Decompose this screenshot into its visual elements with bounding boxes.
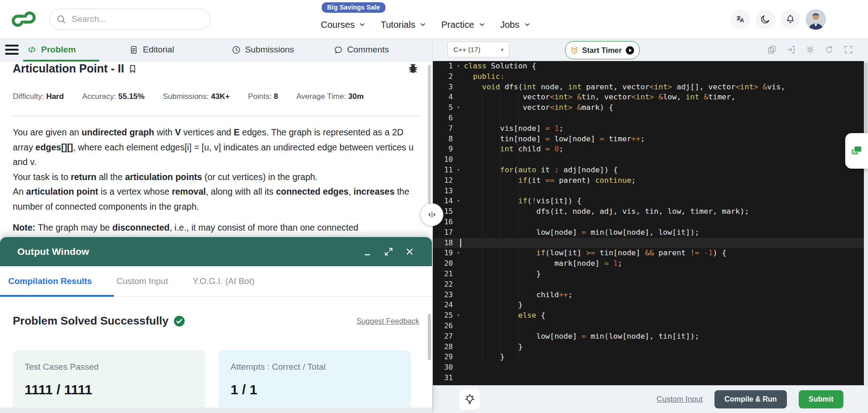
line-number: 26: [433, 321, 453, 331]
code-line[interactable]: 4 vector<int> &tin, vector<int> &low, in…: [433, 92, 868, 103]
notifications-bell-icon[interactable]: [781, 10, 800, 29]
code-line[interactable]: 10: [433, 155, 868, 165]
code-line[interactable]: 15 dfs(it, node, adj, vis, tin, low, tim…: [433, 206, 868, 217]
code-text: if(low[it] >= tin[node] && parent != -1)…: [464, 248, 726, 258]
nav-jobs[interactable]: Jobs: [500, 20, 531, 30]
tab-yogi-ai-bot[interactable]: Y.O.G.I. (AI Bot): [193, 276, 255, 286]
line-number: 11: [433, 165, 453, 176]
code-line[interactable]: 31: [433, 373, 868, 383]
code-line[interactable]: 9 int child = 0;: [433, 144, 868, 155]
code-line[interactable]: 22: [433, 279, 868, 290]
code-line[interactable]: 8 tin[node] = low[node] = timer++;: [433, 134, 868, 145]
editor-scrollbar-thumb[interactable]: [864, 62, 868, 138]
clock-icon: [231, 45, 241, 55]
editor-scrollbar[interactable]: [864, 61, 868, 385]
line-number: 7: [433, 124, 453, 134]
output-window-header[interactable]: Output Window: [0, 237, 432, 266]
code-line[interactable]: 16: [433, 217, 868, 227]
panel-resize-handle[interactable]: [421, 203, 443, 226]
output-scrollbar[interactable]: [428, 314, 431, 360]
code-line[interactable]: 2 public:: [433, 72, 868, 82]
fold-spacer: [453, 144, 464, 155]
fold-arrow-icon[interactable]: ▾: [453, 103, 464, 113]
import-code-icon[interactable]: [786, 45, 796, 55]
code-line[interactable]: 24 }: [433, 300, 868, 310]
tab-custom-input[interactable]: Custom Input: [117, 276, 168, 286]
user-avatar[interactable]: [806, 9, 826, 30]
fullscreen-icon[interactable]: [843, 45, 853, 55]
code-line[interactable]: 7 vis[node] = 1;: [433, 124, 868, 134]
copy-icon[interactable]: [767, 45, 777, 55]
code-line[interactable]: 5▾ vector<int> &mark) {: [433, 103, 868, 113]
compile-run-button[interactable]: Compile & Run: [714, 390, 787, 408]
dark-mode-icon[interactable]: [755, 10, 775, 29]
code-line[interactable]: 3 void dfs(int node, int parent, vector<…: [433, 82, 868, 93]
problem-scrollbar[interactable]: [428, 65, 431, 222]
tab-submissions[interactable]: Submissions: [228, 38, 304, 61]
code-line[interactable]: 13: [433, 186, 868, 196]
comment-bubble-icon: [334, 45, 343, 55]
fold-arrow-icon[interactable]: ▾: [453, 310, 464, 321]
close-icon[interactable]: [405, 247, 415, 257]
reset-code-icon[interactable]: [824, 45, 834, 55]
settings-gear-icon[interactable]: [805, 45, 815, 55]
fold-arrow-icon[interactable]: ▾: [453, 165, 464, 176]
suggest-feedback-link[interactable]: Suggest Feedback: [356, 317, 419, 325]
nav-courses[interactable]: Courses: [321, 20, 366, 30]
code-line[interactable]: 26: [433, 321, 868, 331]
tab-editorial[interactable]: Editorial: [125, 38, 201, 61]
fold-spacer: [453, 290, 464, 300]
code-line[interactable]: 21 }: [433, 269, 868, 279]
code-editor[interactable]: 1▾class Solution {2 public:3 void dfs(in…: [433, 61, 868, 385]
line-number: 31: [433, 373, 453, 383]
custom-input-link[interactable]: Custom Input: [657, 395, 703, 404]
chat-helper-tab[interactable]: [845, 133, 868, 169]
hint-lightbulb-icon[interactable]: [459, 389, 480, 410]
line-number: 1: [433, 61, 453, 72]
nav-practice[interactable]: Practice: [441, 20, 485, 30]
code-line[interactable]: 14▾ if(!vis[it]) {: [433, 196, 868, 206]
problem-paragraph: Your task is to return all the articulat…: [13, 170, 416, 185]
code-line[interactable]: 28 }: [433, 342, 868, 352]
search-bar[interactable]: [49, 9, 211, 30]
code-line[interactable]: 11▾ for(auto it : adj[node]) {: [433, 165, 868, 176]
submit-button[interactable]: Submit: [799, 390, 843, 408]
code-line[interactable]: 20 mark[node] = 1;: [433, 258, 868, 269]
code-line[interactable]: 6: [433, 113, 868, 124]
line-number: 9: [433, 144, 453, 155]
language-select[interactable]: C++ (17) ▾: [447, 41, 509, 57]
translate-icon[interactable]: [730, 10, 750, 29]
report-bug-icon[interactable]: [407, 62, 419, 75]
code-line[interactable]: 12 if(it == parent) continue;: [433, 176, 868, 186]
code-text: vis[node] = 1;: [464, 124, 564, 134]
horizontal-scrollbar[interactable]: [0, 408, 432, 413]
problem-paragraph: An articulation point is a vertex whose …: [13, 184, 416, 214]
code-line[interactable]: 27 low[node] = min(low[node], tin[it]);: [433, 331, 868, 342]
code-line[interactable]: 30: [433, 362, 868, 373]
code-line[interactable]: 18: [433, 238, 868, 248]
nav-tutorials[interactable]: Tutorials: [380, 20, 426, 30]
line-number: 20: [433, 258, 453, 269]
code-text: if(it == parent) continue;: [464, 176, 636, 186]
code-line[interactable]: 25▾ else {: [433, 310, 868, 321]
bookmark-icon[interactable]: [128, 64, 138, 74]
code-line[interactable]: 19▾ if(low[it] >= tin[node] && parent !=…: [433, 248, 868, 258]
code-line[interactable]: 17 low[node] = min(low[node], low[it]);: [433, 227, 868, 238]
alarm-clock-icon: [570, 46, 579, 55]
fold-arrow-icon[interactable]: ▾: [453, 61, 464, 72]
search-input[interactable]: [71, 14, 204, 25]
fold-arrow-icon[interactable]: ▾: [453, 196, 464, 206]
tab-problem[interactable]: Problem: [23, 38, 99, 61]
output-window-title: Output Window: [17, 246, 89, 257]
menu-icon[interactable]: [0, 38, 23, 61]
minimize-icon[interactable]: [363, 247, 373, 257]
start-timer-button[interactable]: Start Timer: [565, 41, 640, 59]
fold-spacer: [453, 258, 464, 269]
maximize-icon[interactable]: [384, 247, 394, 257]
code-line[interactable]: 1▾class Solution {: [433, 61, 868, 72]
geeksforgeeks-logo[interactable]: [10, 10, 37, 28]
code-line[interactable]: 29 }: [433, 352, 868, 362]
tab-compilation-results[interactable]: Compilation Results: [8, 276, 92, 286]
code-line[interactable]: 23 child++;: [433, 290, 868, 300]
fold-arrow-icon[interactable]: ▾: [453, 248, 464, 258]
